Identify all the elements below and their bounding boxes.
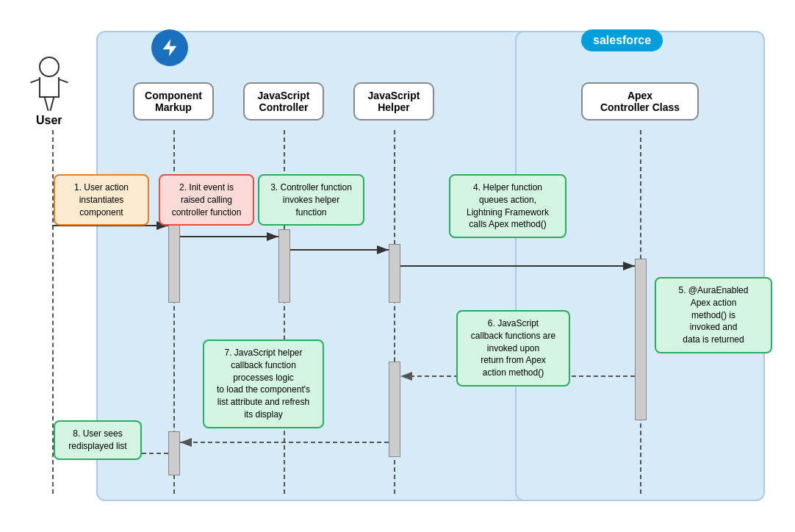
step8-text: 8. User seesredisplayed list	[68, 428, 126, 451]
header-js-helper: JavaScriptHelper	[353, 82, 434, 121]
callout-step2: 2. Init event israised callingcontroller…	[159, 174, 254, 226]
callout-step8: 8. User seesredisplayed list	[54, 420, 142, 460]
js-controller-label: JavaScriptController	[258, 90, 310, 113]
step4-text: 4. Helper functionqueues action,Lightnin…	[467, 182, 549, 229]
step3-text: 3. Controller functioninvokes helper fun…	[270, 182, 352, 218]
apex-controller-label: ApexController Class	[600, 90, 680, 113]
step6-text: 6. JavaScriptcallback functions areinvok…	[471, 318, 555, 378]
activation-component	[168, 215, 180, 303]
salesforce-icon: salesforce	[581, 29, 663, 51]
header-component-markup: ComponentMarkup	[133, 82, 214, 121]
js-helper-label: JavaScriptHelper	[368, 90, 420, 113]
step1-text: 1. User action instantiates component	[74, 182, 129, 218]
callout-step5: 5. @AuraEnabledApex actionmethod() isinv…	[655, 277, 772, 353]
activation-component-2	[168, 431, 180, 475]
user-head	[39, 57, 60, 77]
callout-step4: 4. Helper functionqueues action,Lightnin…	[449, 174, 566, 238]
callout-step6: 6. JavaScriptcallback functions areinvok…	[456, 310, 570, 387]
activation-js-helper-2	[389, 362, 400, 457]
salesforce-label: salesforce	[593, 34, 651, 46]
step2-text: 2. Init event israised callingcontroller…	[172, 182, 242, 218]
user-figure: User	[36, 57, 62, 127]
step5-text: 5. @AuraEnabledApex actionmethod() isinv…	[679, 285, 749, 345]
header-apex-controller: ApexController Class	[581, 82, 699, 121]
callout-step3: 3. Controller functioninvokes helper fun…	[258, 174, 364, 226]
user-label: User	[36, 114, 62, 127]
callout-step7: 7. JavaScript helpercallback functionpro…	[203, 339, 324, 428]
component-markup-label: ComponentMarkup	[145, 90, 202, 113]
header-js-controller: JavaScriptController	[243, 82, 324, 121]
callout-step1: 1. User action instantiates component	[54, 174, 149, 226]
activation-js-helper-1	[389, 244, 400, 303]
activation-apex	[635, 259, 647, 420]
diagram-container: salesforce User ComponentMarkup JavaScri…	[15, 16, 780, 516]
step7-text: 7. JavaScript helpercallback functionpro…	[217, 348, 310, 420]
activation-js-ctrl	[278, 229, 290, 303]
svg-marker-0	[163, 39, 177, 56]
lightning-icon	[151, 29, 188, 66]
